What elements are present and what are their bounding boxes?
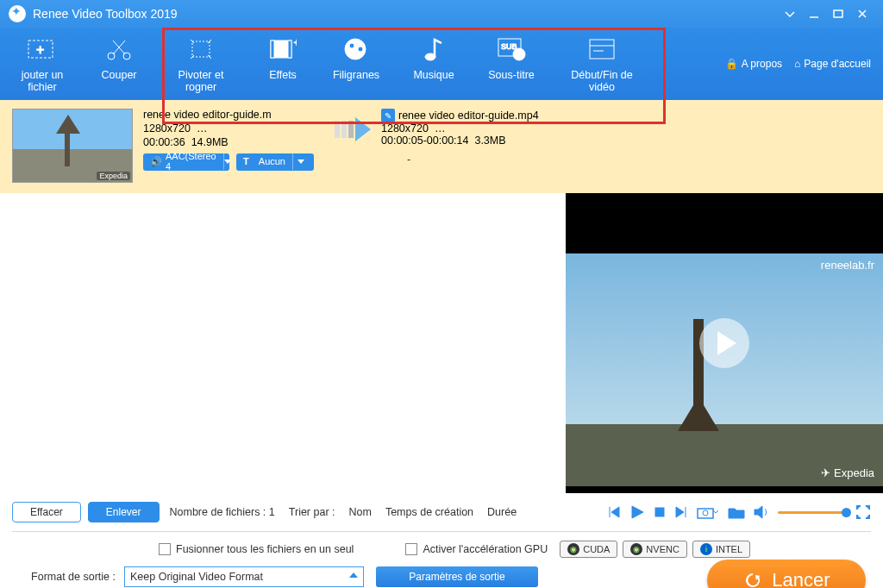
intro-outro-button[interactable]: Début/Fin de vidéo — [550, 34, 654, 95]
file-list-area — [0, 193, 566, 493]
stop-button[interactable] — [654, 506, 666, 518]
svg-rect-21 — [655, 508, 664, 516]
next-button[interactable] — [674, 505, 688, 519]
music-note-icon — [423, 34, 444, 64]
title-bar: Renee Video Toolbox 2019 — [0, 0, 883, 28]
file-stats: Nombre de fichiers : 1 Trier par : Nom T… — [170, 506, 517, 518]
svg-point-12 — [358, 47, 363, 52]
scissors-icon — [106, 34, 132, 64]
svg-rect-0 — [834, 10, 842, 17]
volume-slider[interactable] — [778, 511, 847, 514]
playback-controls — [607, 504, 871, 520]
arrow-icon — [335, 121, 371, 141]
open-folder-button[interactable] — [728, 505, 745, 519]
svg-text:+: + — [36, 42, 44, 57]
speaker-icon: 🔊 — [150, 156, 162, 167]
format-label: Format de sortie : — [12, 571, 116, 583]
preview-watermark: reneelab.fr — [821, 259, 874, 272]
svg-text:✦: ✦ — [293, 38, 297, 47]
main-toolbar: + jouter un fichier Couper Pivoter et ro… — [0, 28, 883, 100]
lock-icon: 🔒 — [725, 58, 738, 70]
gpu-checkbox[interactable] — [405, 543, 417, 555]
sort-name[interactable]: Nom — [349, 506, 372, 518]
merge-checkbox[interactable] — [159, 543, 171, 555]
svg-point-11 — [349, 43, 354, 48]
rotate-crop-button[interactable]: Pivoter et rogner — [153, 34, 248, 95]
thumbnail-watermark: Expedia — [97, 172, 130, 180]
film-icon: ✦ — [269, 34, 297, 64]
effects-button[interactable]: ✦ Effets — [248, 34, 317, 95]
input-filename: renee video editor-guide.m — [143, 109, 314, 121]
remove-button[interactable]: Enlever — [88, 502, 160, 522]
subtitle-icon: SUBT — [497, 34, 526, 64]
input-info: renee video editor-guide.m 1280x720 … 00… — [143, 109, 314, 174]
nvenc-badge: ◉NVENC — [623, 541, 687, 558]
add-file-button[interactable]: + jouter un fichier — [0, 34, 85, 95]
crop-icon — [187, 34, 215, 64]
video-preview: reneelab.fr ✈Expedia — [566, 193, 883, 493]
svg-text:T: T — [517, 50, 522, 59]
output-filename: renee video editor-guide.mp4 — [398, 109, 539, 122]
file-item[interactable]: Expedia renee video editor-guide.m 1280x… — [0, 100, 883, 193]
window-icon — [588, 34, 616, 64]
home-icon: ⌂ — [794, 58, 800, 70]
snapshot-button[interactable] — [697, 505, 719, 519]
svg-rect-5 — [192, 41, 210, 57]
launch-button[interactable]: Lancer — [707, 560, 866, 588]
svg-rect-18 — [590, 40, 614, 59]
gpu-label: Activer l'accélération GPU — [423, 543, 548, 555]
sort-duration[interactable]: Durée — [487, 506, 517, 518]
settings-panel: Fusionner tous les fichiers en un seul A… — [0, 532, 883, 588]
merge-label: Fusionner tous les fichiers en un seul — [176, 543, 354, 555]
output-params-button[interactable]: Paramètres de sortie — [376, 566, 538, 587]
format-combo[interactable]: Keep Original Video Format — [124, 566, 364, 587]
intel-badge: iINTEL — [692, 541, 750, 558]
close-button[interactable] — [850, 5, 874, 22]
svg-rect-7 — [271, 41, 274, 58]
fullscreen-button[interactable] — [855, 504, 871, 520]
controls-row: Effacer Enlever Nombre de fichiers : 1 T… — [0, 493, 883, 531]
sort-time[interactable]: Temps de création — [385, 506, 473, 518]
cut-button[interactable]: Couper — [85, 34, 153, 95]
palette-icon — [343, 34, 369, 64]
output-info: ✎renee video editor-guide.mp4 1280x720 …… — [381, 109, 539, 166]
video-thumbnail: Expedia — [12, 109, 133, 183]
svg-text:SUB: SUB — [501, 42, 517, 51]
minimize-button[interactable] — [802, 5, 826, 22]
about-link[interactable]: 🔒A propos — [725, 58, 782, 70]
app-title: Renee Video Toolbox 2019 — [33, 7, 778, 21]
play-button[interactable] — [629, 504, 645, 520]
audio-codec-dropdown[interactable]: 🔊AAC(Stereo 4 — [143, 153, 229, 171]
content-area: reneelab.fr ✈Expedia — [0, 193, 883, 493]
volume-icon[interactable] — [754, 505, 769, 519]
cuda-badge: ◉CUDA — [560, 541, 617, 558]
subtitle-button[interactable]: SUBT Sous-titre — [473, 34, 550, 95]
dropdown-icon[interactable] — [778, 5, 802, 22]
watermark-button[interactable]: Filigranes — [317, 34, 395, 95]
home-link[interactable]: ⌂Page d'accueil — [794, 58, 871, 70]
add-file-icon: + — [27, 34, 58, 64]
edit-icon: ✎ — [381, 109, 395, 122]
subtitle-track-dropdown[interactable]: T Aucun — [236, 153, 314, 171]
expedia-logo: ✈Expedia — [821, 466, 874, 479]
clear-button[interactable]: Effacer — [12, 502, 81, 522]
maximize-button[interactable] — [826, 5, 850, 22]
prev-button[interactable] — [607, 505, 621, 519]
app-logo-icon — [9, 5, 26, 22]
svg-rect-8 — [288, 41, 291, 58]
svg-point-23 — [703, 510, 708, 516]
refresh-icon — [742, 570, 763, 588]
play-overlay-button[interactable] — [699, 318, 749, 368]
music-button[interactable]: Musique — [395, 34, 473, 95]
